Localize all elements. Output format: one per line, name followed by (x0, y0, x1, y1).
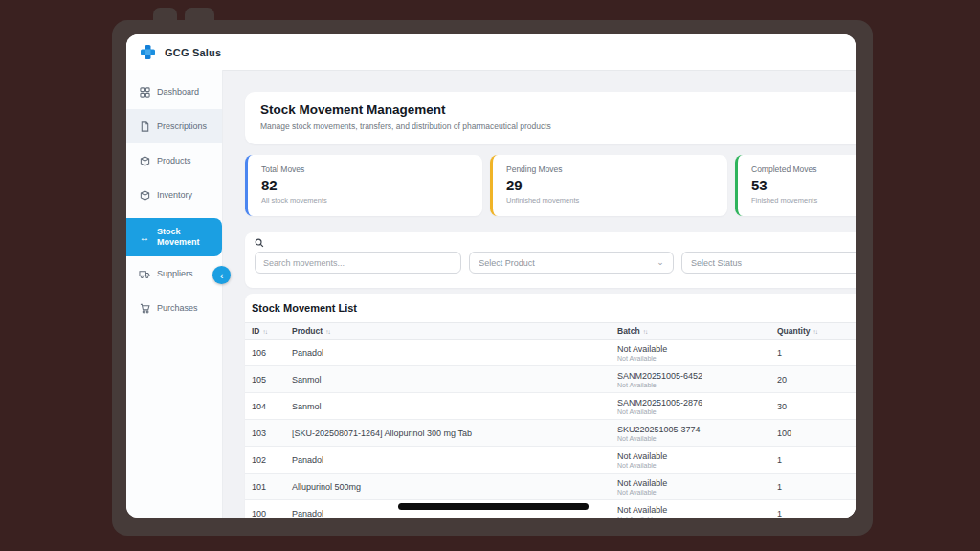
horizontal-scrollbar-thumb[interactable] (398, 503, 589, 510)
stat-label: Completed Moves (751, 165, 856, 174)
cell-id: 102 (252, 455, 292, 465)
chevron-down-icon: ⌄ (657, 258, 664, 267)
table-row[interactable]: 105 Sanmol SANM20251005-6452 Not Availab… (245, 366, 856, 393)
transfer-arrows-icon: ↔ (139, 231, 150, 243)
sidebar-item-prescriptions[interactable]: Prescriptions (126, 109, 222, 143)
stat-value: 53 (751, 177, 856, 193)
sidebar-item-stock-movement[interactable]: ↔ Stock Movement (126, 218, 222, 256)
stat-card-total-moves: Total Moves 82 All stock movements (245, 155, 482, 216)
product-select[interactable]: Select Product ⌄ (469, 252, 674, 274)
cell-product: Panadol (292, 455, 617, 465)
inventory-box-icon (139, 189, 150, 201)
stat-card-pending-moves: Pending Moves 29 Unfinished movements (490, 155, 727, 216)
sort-icon: ↑↓ (325, 328, 330, 335)
brand-logo-cross-icon (140, 44, 156, 60)
stock-movement-table-card: Stock Movement List ID ↑↓ Product ↑↓ Bat… (245, 294, 856, 518)
cell-quantity: 1 (777, 455, 856, 465)
page-header-card: Stock Movement Management Manage stock m… (245, 92, 856, 144)
app-window: GCG Salus Dashboard Prescripti (126, 34, 856, 518)
sidebar-item-purchases[interactable]: Purchases (126, 291, 222, 325)
cell-batch: Not Available Not Available (617, 344, 777, 362)
stat-subtext: All stock movements (261, 196, 469, 205)
stat-card-completed-moves: Completed Moves 53 Finished movements (735, 155, 856, 216)
sidebar-item-label: Purchases (157, 303, 198, 313)
column-header-batch[interactable]: Batch ↑↓ (617, 326, 777, 336)
cell-product: Allupurinol 500mg (292, 482, 617, 492)
cell-batch: SANM20251005-2876 Not Available (617, 398, 777, 415)
sidebar-item-label: Dashboard (157, 87, 199, 97)
cell-id: 100 (252, 509, 292, 518)
sort-icon: ↑↓ (263, 328, 268, 335)
cell-product: Sanmol (292, 375, 617, 385)
cell-id: 105 (252, 375, 292, 385)
cell-id: 101 (252, 482, 292, 492)
sidebar-item-inventory[interactable]: Inventory (126, 178, 222, 212)
table-title: Stock Movement List (245, 302, 856, 322)
cell-product: Panadol (292, 348, 617, 358)
cell-id: 104 (252, 402, 292, 411)
sidebar: Dashboard Prescriptions Products (126, 70, 223, 518)
cell-quantity: 20 (777, 375, 856, 385)
top-bar: GCG Salus (126, 34, 856, 70)
search-icon (255, 238, 856, 248)
sidebar-item-suppliers[interactable]: Suppliers (126, 256, 222, 291)
page-subtitle: Manage stock movements, transfers, and d… (260, 121, 856, 131)
cell-product: [SKU-202508071-1264] Allopurinol 300 mg … (292, 429, 617, 438)
cell-quantity: 1 (777, 482, 856, 492)
purchase-cart-icon (139, 302, 150, 314)
cell-id: 103 (252, 429, 292, 438)
column-header-id[interactable]: ID ↑↓ (252, 326, 292, 336)
cell-id: 106 (252, 348, 292, 358)
cell-product: Sanmol (292, 402, 617, 411)
stat-value: 29 (506, 177, 714, 193)
search-input[interactable] (255, 252, 461, 274)
column-header-quantity[interactable]: Quantity ↑↓ (777, 326, 856, 336)
cell-batch: Not Available Not Available (617, 452, 777, 469)
cell-batch: Not Available Not Available (617, 505, 777, 518)
cell-quantity: 1 (777, 509, 856, 518)
stat-subtext: Unfinished movements (506, 196, 714, 205)
page-title: Stock Movement Management (260, 102, 856, 117)
table-row[interactable]: 104 Sanmol SANM20251005-2876 Not Availab… (245, 393, 856, 420)
cell-batch: SKU220251005-3774 Not Available (617, 425, 777, 442)
sidebar-item-label: Prescriptions (157, 121, 207, 131)
table-row[interactable]: 103 [SKU-202508071-1264] Allopurinol 300… (245, 420, 856, 447)
column-header-product[interactable]: Product ↑↓ (292, 326, 617, 336)
sidebar-item-label: Suppliers (157, 269, 193, 278)
sort-icon: ↑↓ (643, 328, 648, 335)
cell-batch: Not Available Not Available (617, 478, 777, 496)
cell-quantity: 100 (777, 429, 856, 438)
sidebar-item-label: Products (157, 156, 191, 165)
sidebar-item-label: Stock Movement (157, 227, 207, 249)
stat-subtext: Finished movements (751, 196, 856, 205)
table-row[interactable]: 106 Panadol Not Available Not Available … (245, 340, 856, 366)
filter-card: Select Product ⌄ Select Status (245, 232, 856, 288)
table-header-row: ID ↑↓ Product ↑↓ Batch ↑↓ Quantity ↑↓ (245, 322, 856, 340)
stat-value: 82 (261, 177, 469, 193)
stats-row: Total Moves 82 All stock movements Pendi… (245, 155, 856, 216)
cell-quantity: 1 (777, 348, 856, 358)
cell-quantity: 30 (777, 402, 856, 411)
sidebar-item-products[interactable]: Products (126, 143, 222, 178)
table-row[interactable]: 102 Panadol Not Available Not Available … (245, 447, 856, 474)
product-box-icon (139, 155, 150, 166)
supplier-truck-icon (139, 268, 150, 279)
dashboard-grid-icon (139, 86, 150, 98)
sidebar-collapse-button[interactable]: ‹ (212, 266, 231, 284)
table-row[interactable]: 101 Allupurinol 500mg Not Available Not … (245, 474, 856, 500)
prescription-file-icon (139, 121, 150, 132)
sort-icon: ↑↓ (813, 328, 817, 335)
sidebar-item-label: Inventory (157, 190, 192, 200)
main-content: Stock Movement Management Manage stock m… (223, 70, 856, 518)
brand-name: GCG Salus (165, 47, 221, 58)
stat-label: Pending Moves (506, 165, 714, 174)
status-select-value: Select Status (691, 258, 742, 268)
sidebar-item-dashboard[interactable]: Dashboard (126, 75, 222, 109)
chevron-left-icon: ‹ (220, 270, 224, 281)
stat-label: Total Moves (261, 165, 469, 174)
cell-batch: SANM20251005-6452 Not Available (617, 371, 777, 388)
status-select[interactable]: Select Status (681, 252, 856, 274)
product-select-value: Select Product (479, 258, 535, 268)
